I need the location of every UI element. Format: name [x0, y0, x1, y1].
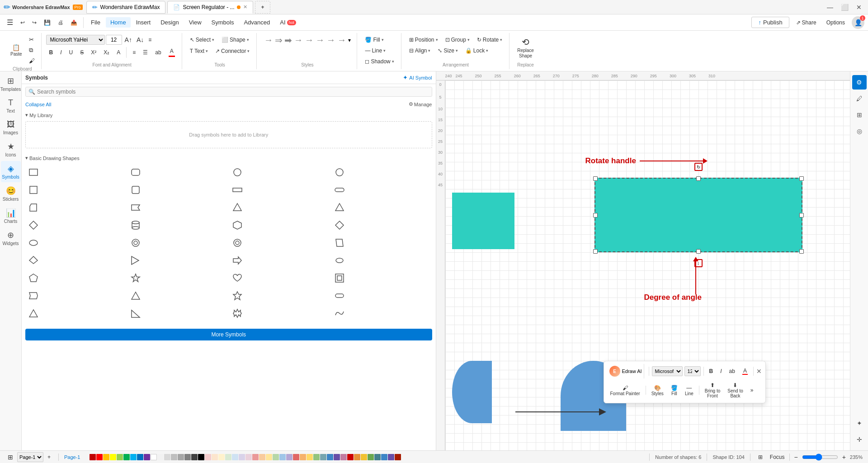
menu-home[interactable]: Home — [106, 17, 131, 28]
color-swatch[interactable] — [320, 454, 326, 460]
color-swatch[interactable] — [334, 454, 340, 460]
color-swatch[interactable] — [239, 454, 245, 460]
subscript-btn[interactable]: X₂ — [100, 47, 113, 57]
lock-btn[interactable]: 🔒Lock▾ — [462, 46, 491, 56]
shape-arrow-tri[interactable] — [127, 288, 144, 304]
ft-bring-front-btn[interactable]: ⬆ Bring toFront — [702, 380, 723, 400]
color-swatch[interactable] — [340, 454, 347, 460]
save-btn[interactable]: 💾 — [41, 18, 54, 28]
font-size-input[interactable] — [106, 35, 122, 45]
shape-banner[interactable] — [127, 199, 144, 216]
color-swatch[interactable] — [266, 454, 272, 460]
color-swatch[interactable] — [103, 454, 109, 460]
color-swatch[interactable] — [117, 454, 123, 460]
ft-line-btn[interactable]: — Line — [682, 383, 696, 398]
shape-circle[interactable] — [229, 164, 245, 180]
basic-shapes-header[interactable]: ▾ Basic Drawing Shapes — [25, 154, 432, 162]
minimize-btn[interactable]: — — [825, 2, 835, 13]
color-swatch[interactable] — [178, 454, 184, 460]
more-symbols-btn[interactable]: More Symbols — [25, 329, 432, 340]
left-teal-rect[interactable] — [452, 193, 514, 249]
color-swatch[interactable] — [157, 454, 164, 460]
shape-kite[interactable] — [25, 252, 42, 269]
sidebar-item-text[interactable]: T Text — [1, 95, 21, 116]
shape-arrow-spread[interactable] — [229, 288, 245, 304]
menu-symbols[interactable]: Symbols — [207, 17, 239, 28]
shape-cylinder[interactable] — [127, 217, 144, 233]
ft-styles-btn[interactable]: 🎨 Styles — [649, 383, 666, 398]
handle-bm[interactable] — [696, 249, 701, 254]
tab-edrawmax[interactable]: ✏ Wondershare EdrawMax — [86, 1, 166, 14]
sidebar-item-widgets[interactable]: ⊕ Widgets — [1, 227, 21, 249]
color-swatch[interactable] — [123, 454, 130, 460]
color-swatch[interactable] — [137, 454, 143, 460]
blue-half-circle-left[interactable] — [452, 361, 492, 423]
undo-btn[interactable]: ↩ — [17, 18, 28, 28]
rotate-btn[interactable]: ↻Rotate▾ — [474, 35, 505, 45]
sidebar-item-icons[interactable]: ★ Icons — [1, 139, 21, 160]
fit-page-btn[interactable]: ⊞ — [756, 453, 765, 462]
add-page-btn[interactable]: + — [45, 453, 53, 461]
numbered-list-btn[interactable]: ☰ — [140, 47, 151, 57]
color-swatch[interactable] — [354, 454, 360, 460]
shape-circle-2[interactable] — [331, 164, 348, 180]
format-painter-btn[interactable]: 🖌 — [26, 56, 38, 66]
options-btn[interactable]: Options — [823, 18, 848, 28]
shape-triangle-1[interactable] — [229, 199, 245, 216]
color-swatch[interactable] — [184, 454, 191, 460]
handle-ml[interactable] — [593, 213, 598, 217]
search-symbols-input[interactable] — [37, 89, 429, 95]
shape-notch[interactable] — [25, 288, 42, 304]
ft-font-select[interactable]: Microsof — [652, 366, 683, 376]
tab-close[interactable]: ✕ — [243, 4, 247, 10]
position-btn[interactable]: ⊞Position▾ — [406, 35, 441, 45]
zoom-out-btn[interactable]: − — [792, 452, 800, 462]
ft-italic-btn[interactable]: I — [717, 366, 724, 376]
selected-teal-rect[interactable]: ↻ ↕ — [594, 178, 802, 252]
color-swatch[interactable] — [252, 454, 259, 460]
menu-advanced[interactable]: Advanced — [239, 17, 274, 28]
right-grid-btn[interactable]: ⊞ — [852, 108, 867, 122]
handle-tl[interactable] — [593, 176, 598, 181]
color-swatch[interactable] — [144, 454, 150, 460]
ft-underline-btn[interactable]: ab — [726, 366, 738, 376]
color-swatch[interactable] — [245, 454, 252, 460]
new-tab-btn[interactable]: + — [255, 1, 270, 14]
canvas-area[interactable]: 240 245 250 255 260 265 270 275 280 285 … — [436, 71, 850, 450]
color-swatch[interactable] — [300, 454, 306, 460]
zoom-slider[interactable] — [802, 454, 838, 461]
collapse-all-btn[interactable]: Collapse All — [25, 102, 51, 107]
shape-rounded-rect[interactable] — [127, 164, 144, 180]
color-swatch[interactable] — [374, 454, 381, 460]
right-properties-btn[interactable]: ⚙ — [852, 75, 867, 90]
ft-more-btn[interactable]: » — [748, 385, 756, 395]
tab-screen-regulator[interactable]: 📄 Screen Regulator - ... ✕ — [167, 1, 253, 14]
shape-hexagon[interactable] — [229, 217, 245, 233]
color-swatch[interactable] — [293, 454, 299, 460]
color-swatch[interactable] — [307, 454, 313, 460]
color-swatch[interactable] — [279, 454, 286, 460]
color-swatch[interactable] — [395, 454, 401, 460]
handle-tm[interactable] — [696, 176, 701, 181]
shape-diamond-2[interactable] — [331, 217, 348, 233]
color-swatch[interactable] — [110, 454, 116, 460]
sidebar-toggle[interactable]: ☰ — [4, 16, 16, 28]
move-btn[interactable]: ✛ — [852, 432, 867, 447]
font-increase-btn[interactable]: A↑ — [123, 35, 134, 45]
color-swatch[interactable] — [212, 454, 218, 460]
font-decrease-btn[interactable]: A↓ — [135, 35, 146, 45]
shape-rectangle[interactable] — [25, 164, 42, 180]
color-swatch[interactable] — [90, 454, 96, 460]
color-swatch[interactable] — [327, 454, 333, 460]
color-swatch[interactable] — [198, 454, 204, 460]
close-btn[interactable]: ✕ — [854, 2, 864, 13]
shape-triangle-2[interactable] — [331, 199, 348, 216]
shape-heart[interactable] — [229, 270, 245, 286]
right-target-btn[interactable]: ◎ — [852, 124, 867, 138]
replace-shape-btn[interactable]: ⟲ ReplaceShape — [514, 35, 537, 61]
color-swatch[interactable] — [347, 454, 354, 460]
color-swatch[interactable] — [381, 454, 387, 460]
canvas[interactable]: ↻ ↕ Rotate handle Degree of angle — [445, 80, 850, 450]
page-settings-btn[interactable]: ⊞ — [5, 453, 15, 462]
shape-wide-rect[interactable] — [229, 182, 245, 198]
